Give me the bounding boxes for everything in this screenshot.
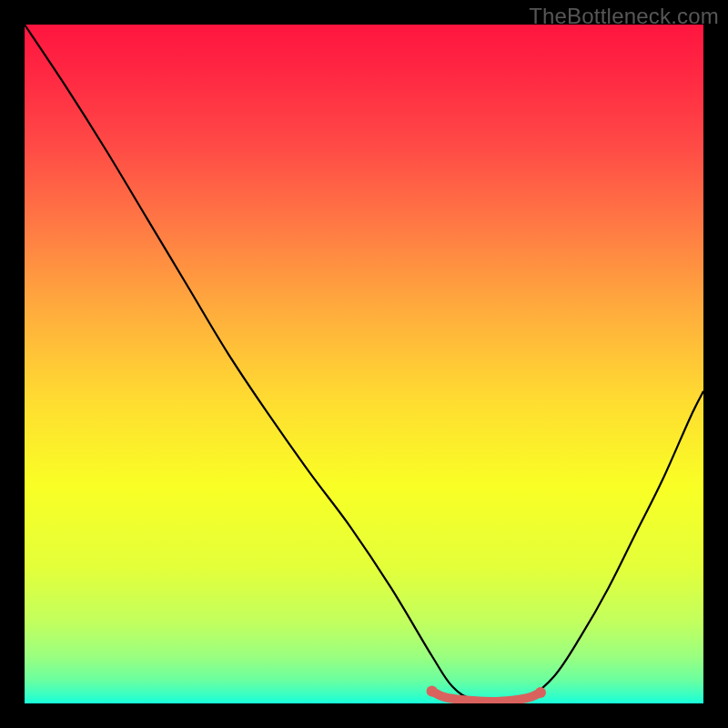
curve-layer	[25, 25, 703, 703]
optimal-zone-marker	[432, 692, 541, 702]
optimal-zone-marker-end	[535, 687, 546, 698]
watermark-text: TheBottleneck.com	[529, 4, 719, 29]
optimal-zone-marker-start	[427, 686, 438, 697]
chart-frame: TheBottleneck.com	[0, 0, 728, 728]
plot-area	[25, 25, 703, 703]
bottleneck-curve	[25, 25, 703, 703]
